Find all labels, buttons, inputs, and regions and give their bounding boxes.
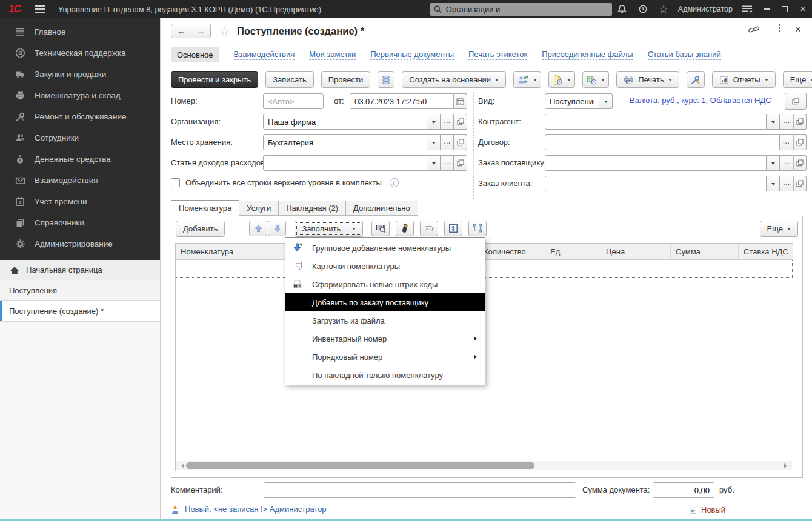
scrollbar-thumb[interactable] bbox=[186, 462, 534, 469]
document-structure-button[interactable] bbox=[378, 71, 394, 88]
current-user[interactable]: Администратор bbox=[678, 5, 733, 13]
organization-dropdown-button[interactable] bbox=[427, 114, 441, 130]
contractor-input[interactable] bbox=[545, 114, 767, 130]
tab-services[interactable]: Услуги bbox=[239, 201, 279, 216]
sidebar-item-administration[interactable]: Администрирование bbox=[0, 233, 160, 254]
comment-input[interactable] bbox=[264, 482, 576, 498]
barcode-search-button[interactable] bbox=[371, 221, 390, 236]
supplier-order-dropdown-button[interactable] bbox=[767, 155, 780, 171]
sidebar-item-interactions[interactable]: Взаимодействия bbox=[0, 170, 160, 191]
currency-terms-link[interactable]: Валюта: руб., курс: 1; Облагается НДС bbox=[630, 96, 771, 105]
move-up-button[interactable] bbox=[249, 221, 267, 236]
search-input[interactable] bbox=[445, 4, 608, 15]
supplier-order-input[interactable] bbox=[545, 155, 767, 171]
schedule-button[interactable] bbox=[582, 71, 609, 88]
hierarchy-button[interactable] bbox=[468, 221, 487, 236]
row-height-button[interactable] bbox=[444, 221, 462, 236]
service-tools-button[interactable] bbox=[687, 71, 705, 88]
menu-item-load-from-file[interactable]: Загрузить из файла bbox=[285, 311, 485, 330]
favorites-star-icon[interactable]: ☆ bbox=[653, 0, 674, 18]
menu-item-new-barcodes[interactable]: Сформировать новые штрих коды bbox=[285, 275, 485, 293]
menu-item-nomenclature-cards[interactable]: Карточки номенклатуры bbox=[285, 257, 485, 275]
doc-sum-input[interactable] bbox=[653, 482, 714, 498]
create-based-on-button[interactable]: Создать на основании bbox=[402, 71, 506, 88]
sidebar-item-purchases-sales[interactable]: Закупки и продажи bbox=[0, 64, 160, 85]
number-input[interactable] bbox=[263, 93, 324, 109]
menu-item-sequence-number[interactable]: Порядковый номер bbox=[285, 348, 485, 366]
client-order-dropdown-button[interactable] bbox=[767, 176, 780, 191]
fill-button[interactable]: Заполнить bbox=[295, 221, 363, 237]
sidebar-item-inventory[interactable]: Номенклатура и склад bbox=[0, 85, 160, 106]
minimize-button[interactable] bbox=[757, 0, 776, 18]
nav-tab-receipt-new-active[interactable]: Поступление (создание) * bbox=[0, 301, 160, 322]
link-knowledge-base[interactable]: Статьи базы знаний bbox=[648, 50, 721, 60]
contractor-dropdown-button[interactable] bbox=[767, 114, 780, 130]
organization-input[interactable] bbox=[263, 114, 427, 130]
contract-input[interactable] bbox=[545, 134, 780, 150]
expense-choose-button[interactable]: … bbox=[441, 155, 454, 171]
supplier-order-open-button[interactable] bbox=[793, 155, 807, 171]
reports-button[interactable]: Отчеты bbox=[712, 71, 776, 88]
more-actions-icon[interactable] bbox=[779, 24, 780, 32]
close-window-button[interactable]: × bbox=[794, 0, 812, 18]
client-order-choose-button[interactable]: … bbox=[780, 176, 793, 191]
expense-item-input[interactable] bbox=[263, 155, 427, 171]
sidebar-item-references[interactable]: Справочники bbox=[0, 212, 160, 233]
supplier-order-choose-button[interactable]: … bbox=[780, 155, 793, 171]
history-icon[interactable] bbox=[633, 0, 653, 18]
post-and-close-button[interactable]: Провести и закрыть bbox=[171, 71, 258, 88]
close-document-icon[interactable]: × bbox=[795, 25, 801, 34]
menu-item-group-add[interactable]: Групповое добавление номенклатуры bbox=[285, 239, 485, 257]
link-my-notes[interactable]: Мои заметки bbox=[309, 50, 356, 60]
scanner-button[interactable] bbox=[396, 221, 414, 236]
date-input[interactable] bbox=[350, 93, 454, 109]
hamburger-menu-icon[interactable] bbox=[35, 5, 45, 13]
scroll-right-icon[interactable] bbox=[784, 463, 790, 468]
nav-tab-receipts[interactable]: Поступления bbox=[0, 280, 160, 301]
sidebar-item-employees[interactable]: Сотрудники bbox=[0, 127, 160, 148]
organization-choose-button[interactable]: … bbox=[441, 114, 454, 130]
number-range-button[interactable]: 0-9 bbox=[420, 221, 438, 236]
contractor-open-button[interactable] bbox=[793, 114, 807, 130]
storage-choose-button[interactable]: … bbox=[441, 134, 454, 150]
post-button[interactable]: Провести bbox=[321, 71, 371, 88]
print-button[interactable]: Печать bbox=[616, 71, 679, 88]
tab-additional[interactable]: Дополнительно bbox=[345, 201, 418, 216]
notifications-bell-icon[interactable] bbox=[612, 0, 633, 18]
calendar-picker-button[interactable] bbox=[454, 93, 467, 109]
kind-dropdown-button[interactable] bbox=[599, 93, 613, 109]
kind-input[interactable] bbox=[545, 93, 599, 109]
tab-main[interactable]: Основное bbox=[171, 47, 219, 62]
link-attached-files[interactable]: Присоединенные файлы bbox=[542, 50, 633, 60]
add-to-favorites-star-icon[interactable]: ☆ bbox=[219, 24, 230, 38]
link-print-labels[interactable]: Печать этикеток bbox=[468, 50, 527, 60]
sidebar-item-time-tracking[interactable]: 7 Учет времени bbox=[0, 191, 160, 212]
sidebar-item-money[interactable]: Денежные средства bbox=[0, 148, 160, 170]
client-order-input[interactable] bbox=[545, 176, 767, 191]
currency-open-button[interactable] bbox=[785, 93, 807, 110]
link-interactions[interactable]: Взаимодействия bbox=[234, 50, 295, 60]
tab-invoice[interactable]: Накладная (2) bbox=[278, 201, 346, 216]
link-primary-documents[interactable]: Первичные документы bbox=[370, 50, 454, 60]
menu-item-add-by-supplier-order[interactable]: Добавить по заказу поставщику bbox=[285, 293, 485, 311]
maximize-button[interactable] bbox=[776, 0, 794, 18]
storage-input[interactable] bbox=[263, 134, 427, 150]
document-status-link[interactable]: Новый: <не записан !> Администратор bbox=[185, 505, 327, 514]
expense-dropdown-button[interactable] bbox=[427, 155, 441, 171]
assign-responsible-button[interactable] bbox=[513, 71, 541, 88]
more-button[interactable]: Еще bbox=[783, 71, 812, 88]
sidebar-item-main[interactable]: Главное bbox=[0, 21, 160, 42]
contract-choose-button[interactable]: … bbox=[780, 134, 793, 150]
get-link-icon[interactable] bbox=[748, 25, 760, 34]
grid-more-button[interactable]: Еще bbox=[760, 221, 798, 237]
sidebar-item-tech-support[interactable]: Техническая поддержка bbox=[0, 42, 160, 64]
horizontal-scrollbar[interactable] bbox=[176, 461, 792, 470]
move-down-button[interactable] bbox=[268, 221, 286, 236]
global-search[interactable] bbox=[430, 3, 612, 16]
storage-open-button[interactable] bbox=[454, 134, 467, 150]
save-button[interactable]: Записать bbox=[265, 71, 314, 88]
client-order-open-button[interactable] bbox=[793, 176, 807, 191]
sidebar-item-maintenance[interactable]: Ремонт и обслуживание bbox=[0, 106, 160, 127]
back-button[interactable]: ← bbox=[171, 24, 191, 38]
nav-home-page[interactable]: Начальная страница bbox=[0, 260, 160, 280]
